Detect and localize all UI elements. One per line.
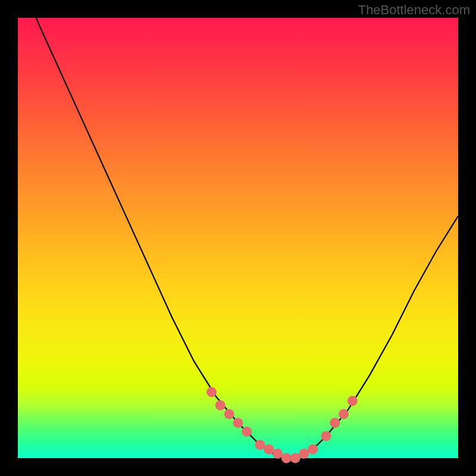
curve-marker xyxy=(339,409,349,419)
curve-marker xyxy=(255,440,265,450)
curve-marker xyxy=(224,409,234,419)
curve-marker xyxy=(206,387,217,397)
curve-marker xyxy=(321,431,331,441)
bottleneck-curve xyxy=(18,0,458,458)
chart-svg xyxy=(18,18,458,458)
marker-group xyxy=(206,387,358,464)
curve-marker xyxy=(281,453,292,464)
curve-marker xyxy=(273,449,283,459)
curve-marker xyxy=(233,418,243,428)
curve-marker xyxy=(299,449,309,459)
curve-marker xyxy=(290,453,300,464)
curve-marker xyxy=(330,418,340,428)
plot-gradient-area xyxy=(18,18,458,458)
curve-marker xyxy=(347,396,358,406)
curve-marker xyxy=(242,427,252,437)
curve-marker xyxy=(215,400,226,411)
curve-marker xyxy=(264,444,274,455)
curve-marker xyxy=(308,444,318,455)
watermark-text: TheBottleneck.com xyxy=(358,2,470,18)
